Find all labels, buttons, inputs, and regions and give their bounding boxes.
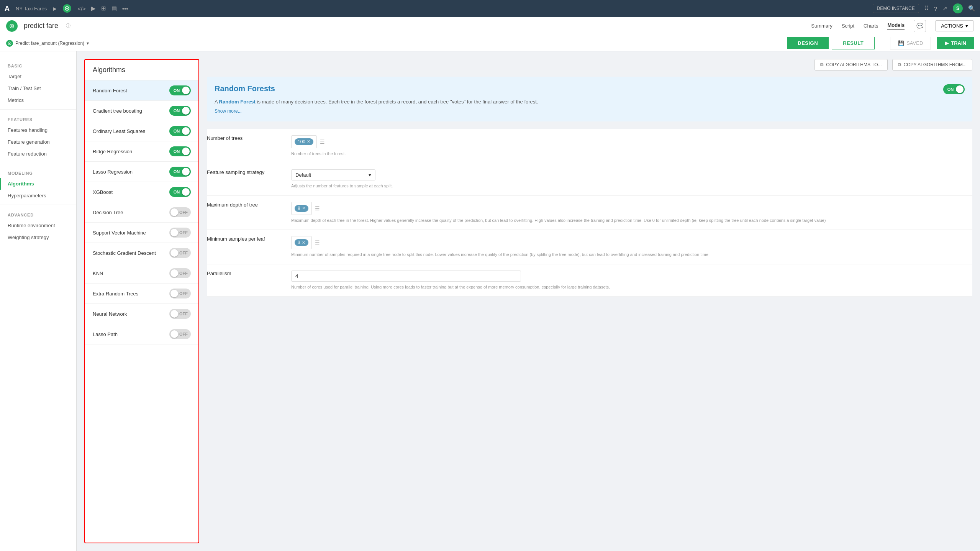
algo-row-random-forest[interactable]: Random Forest ON: [85, 80, 198, 101]
analytics-icon[interactable]: ↗: [942, 5, 947, 12]
algo-name-ridge: Ridge Regression: [93, 149, 132, 154]
result-button[interactable]: RESULT: [832, 37, 875, 49]
tag-input-num-trees[interactable]: 100 ✕: [291, 135, 317, 148]
toggle-gradient-boosting[interactable]: ON: [169, 106, 191, 116]
algo-row-ridge[interactable]: Ridge Regression ON: [85, 141, 198, 162]
toggle-ridge[interactable]: ON: [169, 146, 191, 156]
design-button[interactable]: DESIGN: [787, 37, 829, 49]
saved-button[interactable]: 💾 SAVED: [890, 37, 931, 49]
sidebar-item-metrics[interactable]: Metrics: [0, 94, 76, 106]
algo-row-gradient-boosting[interactable]: Gradient tree boosting ON: [85, 101, 198, 121]
tag-remove-8[interactable]: ✕: [302, 206, 305, 211]
top-nav: A NY Taxi Fares ▶ </> ▶ ⊞ ▤ ••• DEMO INS…: [0, 0, 980, 17]
code-icon[interactable]: </>: [77, 5, 86, 12]
algo-row-svm[interactable]: Support Vector Machine OFF: [85, 223, 198, 243]
toggle-decision-tree[interactable]: OFF: [169, 207, 191, 217]
toggle-random-forest[interactable]: ON: [169, 85, 191, 95]
algo-row-ols[interactable]: Ordinary Least Squares ON: [85, 121, 198, 141]
param-row-feature-sampling: Feature sampling strategy Default ▾ Adju…: [207, 163, 972, 196]
sidebar-item-target[interactable]: Target: [0, 71, 76, 82]
list-icon-depth[interactable]: ☰: [315, 205, 320, 212]
project-name[interactable]: NY Taxi Fares: [16, 6, 47, 11]
sidebar-item-features-handling[interactable]: Features handling: [0, 124, 76, 136]
toggle-xgboost[interactable]: ON: [169, 187, 191, 197]
algo-row-extra-random-trees[interactable]: Extra Random Trees OFF: [85, 284, 198, 304]
show-more-link[interactable]: Show more...: [215, 108, 242, 114]
algo-name-sgd: Stochastic Gradient Descent: [93, 250, 156, 256]
list-icon-samples[interactable]: ☰: [315, 239, 320, 246]
toggle-label-lp: OFF: [179, 332, 188, 336]
copy-to-label: COPY ALGORITHMS TO...: [826, 62, 882, 67]
actions-button[interactable]: ACTIONS ▾: [935, 20, 974, 31]
project-title: predict fare: [24, 22, 58, 30]
sidebar-item-hyperparameters[interactable]: Hyperparameters: [0, 190, 76, 202]
user-avatar[interactable]: S: [953, 3, 963, 13]
tag-remove-3[interactable]: ✕: [302, 240, 305, 245]
deploy-icon[interactable]: ⊞: [101, 5, 106, 12]
sidebar-item-feature-reduction[interactable]: Feature reduction: [0, 148, 76, 160]
sidebar-item-weighting[interactable]: Weighting strategy: [0, 231, 76, 243]
parallelism-input[interactable]: [291, 271, 521, 282]
demo-instance-button[interactable]: DEMO INSTANCE: [873, 4, 919, 13]
toggle-svm[interactable]: OFF: [169, 228, 191, 238]
copy-algorithms-to-button[interactable]: ⧉ COPY ALGORITHMS TO...: [814, 59, 887, 71]
sidebar-item-feature-generation[interactable]: Feature generation: [0, 136, 76, 148]
sidebar-item-runtime[interactable]: Runtime environment: [0, 220, 76, 231]
flow-badge[interactable]: Predict fare_amount (Regression) ▾: [6, 40, 89, 47]
sidebar-item-train-test[interactable]: Train / Test Set: [0, 82, 76, 94]
section-features: FEATURES: [0, 113, 76, 124]
actions-chevron: ▾: [965, 23, 968, 29]
toggle-neural-network[interactable]: OFF: [169, 309, 191, 319]
copy-algorithms-from-button[interactable]: ⧉ COPY ALGORITHMS FROM...: [892, 59, 972, 71]
algo-row-lasso-path[interactable]: Lasso Path OFF: [85, 324, 198, 344]
nav-models[interactable]: Models: [887, 22, 905, 30]
algo-detail-toggle[interactable]: ON: [943, 84, 965, 94]
toggle-knob-svm: [170, 229, 178, 236]
algo-row-lasso-regression[interactable]: Lasso Regression ON: [85, 162, 198, 182]
top-nav-right-icons: ⠿ ? ↗ S 🔍: [924, 3, 975, 13]
toggle-knn[interactable]: OFF: [169, 268, 191, 278]
sidebar-item-algorithms[interactable]: Algorithms: [0, 178, 76, 190]
right-panel: ⧉ COPY ALGORITHMS TO... ⧉ COPY ALGORITHM…: [199, 51, 980, 551]
section-modeling: MODELING: [0, 166, 76, 178]
nav-charts[interactable]: Charts: [864, 23, 878, 29]
toggle-label-ridge: ON: [174, 149, 180, 154]
toggle-knob-dt: [170, 208, 178, 216]
play-icon[interactable]: ▶: [91, 5, 96, 12]
nav-script[interactable]: Script: [842, 23, 854, 29]
list-icon-trees[interactable]: ☰: [320, 139, 325, 145]
tag-input-max-depth[interactable]: 8 ✕: [291, 202, 312, 215]
algo-row-decision-tree[interactable]: Decision Tree OFF: [85, 202, 198, 223]
toggle-knob-lp: [170, 330, 178, 338]
search-icon[interactable]: 🔍: [968, 5, 975, 12]
chat-button[interactable]: 💬: [914, 20, 926, 32]
algo-row-neural-network[interactable]: Neural Network OFF: [85, 304, 198, 324]
toggle-ols[interactable]: ON: [169, 126, 191, 136]
algo-row-xgboost[interactable]: XGBoost ON: [85, 182, 198, 202]
tag-input-min-samples[interactable]: 3 ✕: [291, 236, 312, 249]
algo-row-sgd[interactable]: Stochastic Gradient Descent OFF: [85, 243, 198, 263]
toggle-lasso-regression[interactable]: ON: [169, 167, 191, 177]
tag-100: 100 ✕: [295, 138, 313, 145]
toggle-lasso-path[interactable]: OFF: [169, 329, 191, 339]
param-label-max-depth: Maximum depth of tree: [207, 202, 284, 208]
param-control-max-depth: 8 ✕ ☰ Maximum depth of each tree in the …: [291, 202, 972, 224]
second-nav-right: Summary Script Charts Models 💬 ACTIONS ▾: [811, 20, 974, 32]
tag-remove-100[interactable]: ✕: [307, 139, 310, 144]
algo-detail-header: Random Forests ON: [215, 84, 965, 94]
dashboard-icon[interactable]: ▤: [111, 5, 117, 12]
train-label: TRAIN: [951, 40, 966, 46]
toggle-sgd[interactable]: OFF: [169, 248, 191, 258]
algo-row-knn[interactable]: KNN OFF: [85, 263, 198, 284]
feature-sampling-select[interactable]: Default ▾: [291, 169, 375, 180]
more-icon[interactable]: •••: [122, 5, 128, 12]
tag-value-3: 3: [298, 240, 300, 245]
toggle-knob-knn: [170, 269, 178, 277]
grid-icon[interactable]: ⠿: [924, 5, 929, 12]
tag-8: 8 ✕: [295, 205, 308, 212]
nav-summary[interactable]: Summary: [811, 23, 833, 29]
help-icon[interactable]: ?: [934, 5, 937, 12]
train-button[interactable]: ▶ TRAIN: [937, 37, 974, 49]
info-icon[interactable]: ⓘ: [66, 23, 70, 29]
toggle-extra-random-trees[interactable]: OFF: [169, 289, 191, 298]
